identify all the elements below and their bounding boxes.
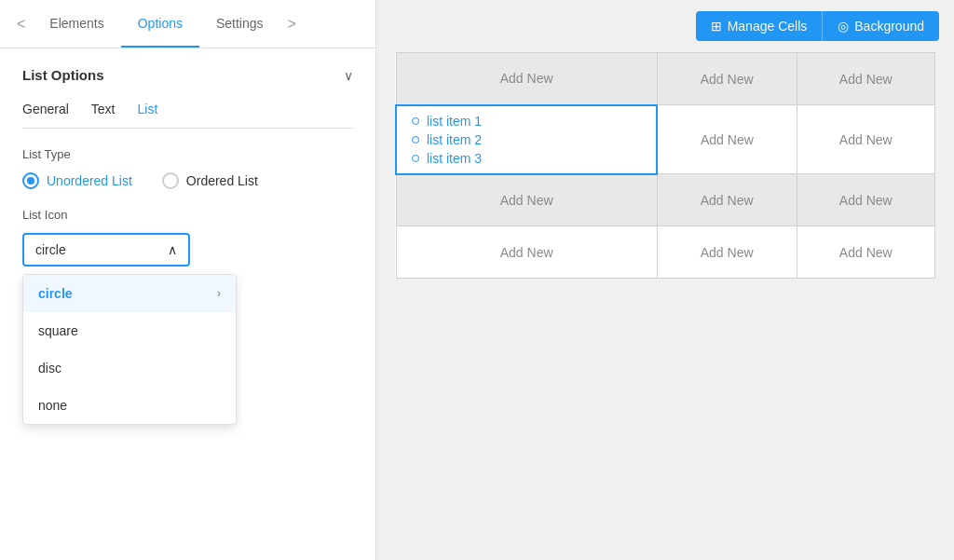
table-row: Add New Add New Add New — [396, 53, 935, 105]
radio-unordered-indicator — [22, 172, 39, 189]
tab-next-button[interactable]: > — [280, 0, 304, 48]
cell-r2c1-list[interactable]: list item 1 list item 2 list item 3 — [396, 105, 657, 174]
dropdown-item-circle[interactable]: circle › — [23, 275, 236, 312]
sub-tab-text[interactable]: Text — [91, 102, 116, 116]
list-icon-select[interactable]: circle ∧ — [22, 233, 190, 266]
cell-add-new: Add New — [658, 53, 797, 104]
section-header: List Options ∨ — [22, 67, 353, 83]
content-table: Add New Add New Add New — [395, 52, 935, 279]
list-bullet-icon — [412, 155, 419, 162]
list-icon-section: List Icon circle ∧ circle › square — [22, 208, 353, 266]
tab-options[interactable]: Options — [121, 0, 199, 48]
cell-r4c1[interactable]: Add New — [396, 226, 657, 279]
dropdown-item-none[interactable]: none — [23, 387, 236, 424]
cell-r3c3[interactable]: Add New — [797, 174, 935, 226]
table-row: Add New Add New Add New — [396, 174, 935, 226]
list-entry-1: list item 1 — [412, 114, 482, 129]
cell-add-new: Add New — [797, 226, 935, 278]
table-row: Add New Add New Add New — [396, 226, 935, 279]
list-bullet-icon — [412, 117, 419, 125]
toolbar: ⊞ Manage Cells ◎ Background — [376, 0, 954, 52]
manage-cells-icon: ⊞ — [711, 19, 722, 34]
cell-add-new: Add New — [397, 226, 657, 278]
radio-ordered[interactable]: Ordered List — [162, 172, 258, 189]
table-row: list item 1 list item 2 list item 3 — [396, 105, 935, 174]
tab-bar: < Elements Options Settings > — [0, 0, 375, 48]
cell-add-new: Add New — [797, 53, 935, 104]
radio-unordered[interactable]: Unordered List — [22, 172, 132, 189]
radio-ordered-indicator — [162, 172, 179, 189]
cell-r1c1[interactable]: Add New — [396, 53, 657, 105]
cell-add-new: Add New — [658, 226, 797, 278]
cell-r3c1[interactable]: Add New — [396, 174, 657, 226]
tab-settings[interactable]: Settings — [199, 0, 280, 48]
background-label: Background — [854, 19, 924, 34]
dropdown-item-square[interactable]: square — [23, 312, 236, 349]
section-title: List Options — [22, 67, 104, 83]
cell-r2c3[interactable]: Add New — [797, 105, 935, 174]
dropdown-item-disc[interactable]: disc — [23, 349, 236, 387]
cell-r2c2[interactable]: Add New — [657, 105, 797, 174]
tab-elements[interactable]: Elements — [33, 0, 120, 48]
select-value: circle — [35, 242, 66, 257]
cell-r4c2[interactable]: Add New — [657, 226, 797, 279]
chevron-left-icon: < — [17, 16, 25, 33]
cell-add-new: Add New — [658, 174, 797, 225]
cell-r4c3[interactable]: Add New — [797, 226, 935, 279]
cell-r1c2[interactable]: Add New — [657, 53, 797, 105]
background-button[interactable]: ◎ Background — [822, 11, 939, 41]
sub-tabs: General Text List — [22, 102, 353, 129]
list-type-label: List Type — [22, 147, 353, 161]
tab-prev-button[interactable]: < — [9, 0, 33, 48]
radio-unordered-dot — [27, 177, 34, 184]
cell-add-new: Add New — [797, 174, 935, 225]
manage-cells-button[interactable]: ⊞ Manage Cells — [696, 11, 823, 41]
radio-group: Unordered List Ordered List — [22, 172, 353, 189]
chevron-right-icon: › — [217, 287, 221, 300]
right-panel: ⊞ Manage Cells ◎ Background Add New — [376, 0, 954, 560]
list-entry-3: list item 3 — [412, 151, 482, 166]
section-collapse-icon[interactable]: ∨ — [344, 68, 353, 83]
list-icon-select-wrapper: circle ∧ circle › square disc — [22, 233, 190, 266]
chevron-right-icon: > — [288, 16, 296, 33]
cell-r1c3[interactable]: Add New — [797, 53, 935, 105]
cell-add-new: Add New — [658, 105, 796, 173]
left-panel: < Elements Options Settings > List Optio… — [0, 0, 376, 560]
list-icon-label: List Icon — [22, 208, 353, 222]
cell-add-new: Add New — [797, 105, 935, 173]
cell-list-content: list item 1 list item 2 list item 3 — [397, 106, 656, 173]
background-icon: ◎ — [838, 19, 849, 34]
grid-area: Add New Add New Add New — [376, 52, 954, 560]
manage-cells-label: Manage Cells — [728, 19, 808, 34]
chevron-up-icon: ∧ — [168, 242, 177, 257]
radio-unordered-label: Unordered List — [47, 173, 132, 188]
cell-r3c2[interactable]: Add New — [657, 174, 797, 226]
list-type-section: List Type Unordered List Ordered List — [22, 147, 353, 189]
radio-ordered-label: Ordered List — [186, 173, 258, 188]
list-entry-2: list item 2 — [412, 132, 482, 147]
cell-add-new: Add New — [397, 175, 657, 226]
list-bullet-icon — [412, 136, 419, 143]
panel-content: List Options ∨ General Text List List Ty… — [0, 48, 375, 560]
sub-tab-general[interactable]: General — [22, 102, 69, 116]
dropdown-list: circle › square disc none — [22, 274, 237, 425]
sub-tab-list[interactable]: List — [138, 102, 158, 116]
cell-add-new: Add New — [397, 53, 657, 104]
